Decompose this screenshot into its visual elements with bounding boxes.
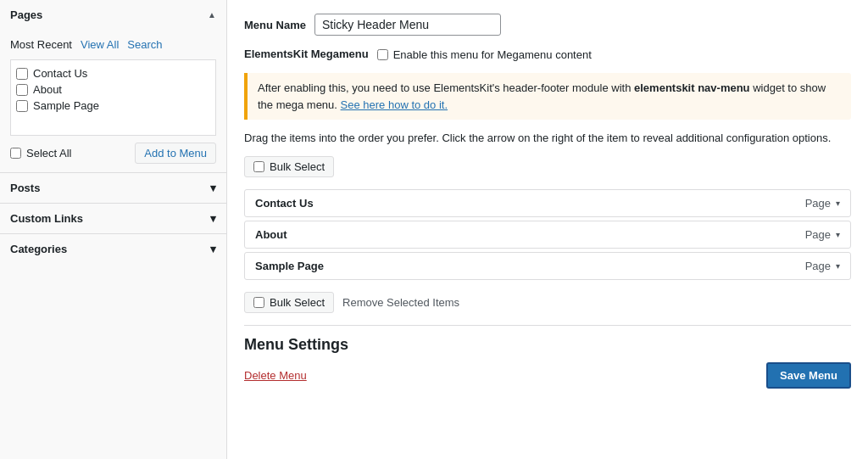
custom-links-section[interactable]: Custom Links ▾: [0, 203, 226, 233]
right-panel: Menu Name ElementsKit Megamenu Enable th…: [227, 0, 868, 459]
delete-menu-button[interactable]: Delete Menu: [244, 369, 307, 382]
pages-chevron-icon: ▲: [208, 10, 216, 20]
menu-item-sample-page-type: Page: [805, 260, 831, 272]
remove-selected-button[interactable]: Remove Selected Items: [342, 296, 459, 309]
tab-search[interactable]: Search: [127, 38, 162, 51]
bottom-bulk-checkbox[interactable]: [253, 297, 264, 308]
left-panel: Pages ▲ Most Recent View All Search Cont…: [0, 0, 227, 459]
menu-name-label: Menu Name: [244, 19, 306, 31]
megamenu-checkbox-row: Enable this menu for Megamenu content: [377, 48, 592, 61]
list-item: Contact Us: [16, 65, 210, 81]
custom-links-chevron-icon: ▾: [210, 212, 216, 225]
posts-chevron-icon: ▾: [210, 182, 216, 194]
menu-item-about-label: About: [255, 228, 287, 241]
select-all-checkbox[interactable]: [10, 148, 21, 159]
menu-item-contact-us-right: Page ▾: [805, 197, 840, 210]
menu-item-about-type: Page: [805, 228, 831, 241]
notice-text1: After enabling this, you need to use Ele…: [258, 81, 634, 94]
page-list: Contact Us About Sample Page: [10, 59, 216, 136]
categories-label: Categories: [10, 243, 67, 255]
select-all-row: Select All Add to Menu: [10, 143, 216, 164]
sample-page-label: Sample Page: [33, 99, 99, 112]
sample-page-checkbox[interactable]: [16, 100, 28, 112]
menu-items-list: Contact Us Page ▾ About Page ▾ Sample Pa…: [244, 189, 851, 280]
settings-footer: Delete Menu Save Menu: [244, 362, 851, 389]
sample-page-chevron-icon[interactable]: ▾: [836, 261, 840, 271]
categories-chevron-icon: ▾: [210, 243, 216, 255]
bottom-bulk-select-label: Bulk Select: [270, 296, 325, 309]
pages-title: Pages: [10, 8, 42, 21]
contact-us-label: Contact Us: [33, 67, 87, 80]
select-all-label[interactable]: Select All: [10, 147, 71, 160]
top-bulk-select-label: Bulk Select: [270, 160, 325, 173]
custom-links-label: Custom Links: [10, 212, 83, 225]
menu-settings-title: Menu Settings: [244, 336, 851, 354]
about-checkbox[interactable]: [16, 84, 28, 96]
contact-us-chevron-icon[interactable]: ▾: [836, 199, 840, 208]
about-label: About: [33, 83, 62, 96]
tab-view-all[interactable]: View All: [81, 38, 119, 51]
megamenu-label: ElementsKit Megamenu: [244, 48, 369, 60]
top-bulk-select-button[interactable]: Bulk Select: [244, 156, 334, 177]
notice-link[interactable]: See here how to do it.: [341, 98, 448, 111]
menu-item-about-right: Page ▾: [805, 228, 840, 241]
bottom-bulk-select-button[interactable]: Bulk Select: [244, 292, 334, 313]
notice-bold: elementskit nav-menu: [634, 81, 750, 94]
megamenu-checkbox[interactable]: [377, 49, 388, 60]
menu-item-contact-us[interactable]: Contact Us Page ▾: [244, 189, 851, 217]
pages-section: Most Recent View All Search Contact Us A…: [0, 30, 226, 172]
list-item: About: [16, 81, 210, 98]
pages-tabs-row: Most Recent View All Search: [10, 38, 216, 51]
menu-settings-section: Menu Settings Delete Menu Save Menu: [244, 325, 851, 389]
bottom-bulk-select-row: Bulk Select Remove Selected Items: [244, 292, 851, 313]
posts-label: Posts: [10, 182, 40, 194]
menu-item-sample-page-right: Page ▾: [805, 260, 840, 272]
menu-name-input[interactable]: [314, 14, 501, 36]
list-item: Sample Page: [16, 98, 210, 114]
menu-name-row: Menu Name: [244, 14, 851, 36]
top-bulk-checkbox[interactable]: [253, 161, 264, 172]
notice-box: After enabling this, you need to use Ele…: [244, 73, 851, 120]
megamenu-row: ElementsKit Megamenu Enable this menu fo…: [244, 48, 851, 61]
categories-section[interactable]: Categories ▾: [0, 233, 226, 264]
menu-item-about[interactable]: About Page ▾: [244, 221, 851, 249]
menu-item-contact-us-type: Page: [805, 197, 831, 210]
pages-section-header: Pages ▲: [0, 0, 226, 30]
menu-item-contact-us-label: Contact Us: [255, 197, 314, 210]
add-to-menu-button[interactable]: Add to Menu: [135, 143, 216, 164]
top-bulk-select-row: Bulk Select: [244, 156, 851, 177]
drag-hint: Drag the items into the order you prefer…: [244, 132, 851, 144]
megamenu-checkbox-label: Enable this menu for Megamenu content: [393, 48, 592, 61]
posts-section[interactable]: Posts ▾: [0, 172, 226, 203]
menu-item-sample-page-label: Sample Page: [255, 260, 324, 272]
menu-item-sample-page[interactable]: Sample Page Page ▾: [244, 252, 851, 280]
about-chevron-icon[interactable]: ▾: [836, 230, 840, 239]
save-menu-button[interactable]: Save Menu: [766, 362, 851, 389]
tab-most-recent[interactable]: Most Recent: [10, 38, 72, 51]
contact-us-checkbox[interactable]: [16, 68, 28, 80]
